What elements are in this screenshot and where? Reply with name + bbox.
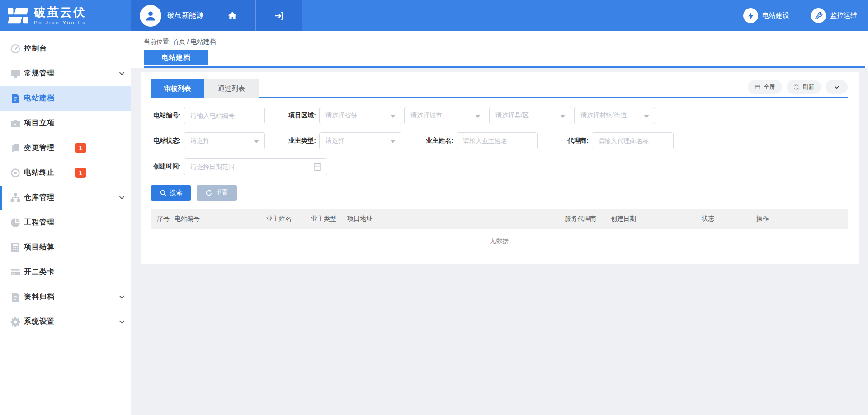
briefcase-icon: [9, 117, 21, 129]
logo-icon: [8, 8, 28, 24]
city-select[interactable]: 请选择城市: [404, 107, 486, 124]
panel-tab-bar: 审核列表 通过列表 全屏 刷新: [151, 79, 848, 98]
owner-name-input[interactable]: [457, 132, 538, 149]
main-area: 当前位置: 首页 / 电站建档 电站建档 审核列表 通过列表 全屏: [131, 31, 868, 415]
sidebar-item-change-mgmt[interactable]: 变更管理 1: [0, 135, 131, 160]
logout-icon: [274, 10, 284, 21]
table-header: 序号 电站编号 业主姓名 业主类型 项目地址 服务代理商 创建日期 状态 操作: [151, 209, 848, 229]
home-icon: [227, 10, 238, 21]
sidebar-item-general-mgmt[interactable]: 常规管理: [0, 61, 131, 86]
owner-type-label: 业主类型:: [288, 137, 319, 145]
col-owner-type: 业主类型: [305, 215, 341, 223]
caret-down-icon: [254, 140, 259, 143]
collapse-button[interactable]: [826, 80, 848, 94]
col-index: 序号: [151, 215, 169, 223]
search-button[interactable]: 搜索: [151, 185, 191, 201]
pages-icon: [9, 142, 21, 154]
county-select[interactable]: 请选择县/区: [489, 107, 571, 124]
document-icon: [9, 93, 21, 104]
region-label: 项目区域:: [288, 112, 319, 120]
breadcrumb-home[interactable]: 首页: [173, 38, 185, 45]
logout-button[interactable]: [256, 0, 302, 31]
logo-title: 破茧云伏: [34, 6, 86, 18]
nav-monitor-ops[interactable]: 监控运维: [811, 0, 857, 31]
card-icon: [9, 266, 21, 278]
breadcrumb-separator: /: [187, 38, 189, 45]
chevron-down-icon: [118, 318, 125, 325]
breadcrumb-current: 电站建档: [190, 38, 216, 45]
caret-down-icon: [644, 115, 649, 118]
village-select[interactable]: 请选择村镇/街道: [574, 107, 655, 124]
sidebar-item-project-settlement[interactable]: 项目结算: [0, 235, 131, 260]
nav-station-build[interactable]: 电站建设: [743, 0, 789, 31]
create-time-label: 创建时间:: [151, 163, 184, 171]
user-menu[interactable]: 破茧新能源: [131, 0, 209, 31]
chevron-down-icon: [118, 294, 125, 300]
station-no-label: 电站编号:: [151, 112, 184, 120]
col-create-date: 创建日期: [605, 215, 696, 223]
sidebar-item-project-initiation[interactable]: 项目立项: [0, 111, 131, 135]
panel: 审核列表 通过列表 全屏 刷新: [141, 72, 859, 264]
company-name: 破茧新能源: [167, 11, 203, 20]
user-icon: [144, 9, 157, 22]
pie-icon: [9, 217, 21, 228]
caret-down-icon: [390, 115, 396, 118]
monitor-icon: [9, 68, 21, 79]
agent-input[interactable]: [592, 132, 674, 149]
caret-down-icon: [390, 140, 396, 143]
filter-row-3: 创建时间:: [151, 158, 848, 175]
home-button[interactable]: [209, 0, 256, 31]
header-user-zone: 破茧新能源: [131, 0, 302, 31]
content-area: 审核列表 通过列表 全屏 刷新: [131, 68, 868, 415]
tab-review-list[interactable]: 审核列表: [151, 79, 204, 98]
dashboard-icon: [9, 43, 21, 54]
owner-type-select[interactable]: 请选择: [319, 132, 401, 149]
filter-actions: 搜索 重置: [151, 185, 237, 201]
app-logo: 破茧云伏 Po Jian Yun Fu: [0, 0, 131, 31]
tab-passed-list[interactable]: 通过列表: [204, 79, 259, 98]
badge-count: 1: [75, 168, 86, 178]
calendar-icon: [313, 162, 321, 171]
avatar: [140, 5, 161, 27]
date-range-input[interactable]: [184, 158, 327, 175]
nav-label: 监控运维: [830, 11, 857, 20]
calculator-icon: [9, 242, 21, 253]
badge-count: 1: [75, 143, 86, 153]
refresh-button[interactable]: 刷新: [787, 80, 821, 94]
sidebar-item-dashboard[interactable]: 控制台: [0, 36, 131, 61]
col-owner-name: 业主姓名: [260, 215, 305, 223]
sidebar-item-data-archive[interactable]: 资料归档: [0, 284, 131, 309]
station-status-select[interactable]: 请选择: [184, 132, 265, 149]
agent-label: 代理商:: [561, 137, 592, 145]
reset-button[interactable]: 重置: [197, 185, 237, 201]
sidebar-item-station-termination[interactable]: 电站终止 1: [0, 160, 131, 185]
page-tab-bar: 电站建档: [144, 51, 865, 68]
caret-down-icon: [475, 115, 481, 118]
sidebar-item-system-settings[interactable]: 系统设置: [0, 309, 131, 334]
sidebar-item-station-archive[interactable]: 电站建档: [0, 86, 131, 111]
province-select[interactable]: 请选择省份: [319, 107, 401, 124]
filter-row-2: 电站状态: 请选择 业主类型: 请选择 业主姓名: 代理商:: [151, 132, 848, 149]
sidebar-item-warehouse-mgmt[interactable]: 仓库管理: [0, 185, 131, 210]
col-project-address: 项目地址: [341, 215, 559, 223]
station-no-input[interactable]: [184, 107, 265, 124]
bolt-icon: [743, 8, 758, 23]
col-actions: 操作: [750, 215, 848, 223]
date-range-field: [184, 158, 327, 175]
wrench-icon: [811, 8, 826, 23]
station-status-label: 电站状态:: [151, 137, 184, 145]
fullscreen-button[interactable]: 全屏: [748, 80, 782, 94]
page-tab-station-archive[interactable]: 电站建档: [144, 50, 208, 65]
region-selects: 请选择省份 请选择城市 请选择县/区 请选择村镇/街道: [319, 107, 655, 124]
chevron-down-icon: [834, 84, 840, 90]
filter-row-1: 电站编号: 项目区域: 请选择省份 请选择城市 请选择县/区 请选择村镇/街道: [151, 107, 848, 124]
empty-state: 无数据: [151, 229, 848, 253]
breadcrumb: 当前位置: 首页 / 电站建档: [144, 38, 216, 46]
caret-down-icon: [560, 115, 566, 118]
results-table: 序号 电站编号 业主姓名 业主类型 项目地址 服务代理商 创建日期 状态 操作 …: [151, 209, 848, 253]
sidebar-item-engineering-mgmt[interactable]: 工程管理: [0, 210, 131, 235]
sidebar-item-open-card[interactable]: 开二类卡: [0, 260, 131, 284]
chevron-down-icon: [118, 70, 125, 77]
top-bar: 破茧云伏 Po Jian Yun Fu 破茧新能源: [0, 0, 868, 31]
header-spacer: [302, 0, 743, 31]
